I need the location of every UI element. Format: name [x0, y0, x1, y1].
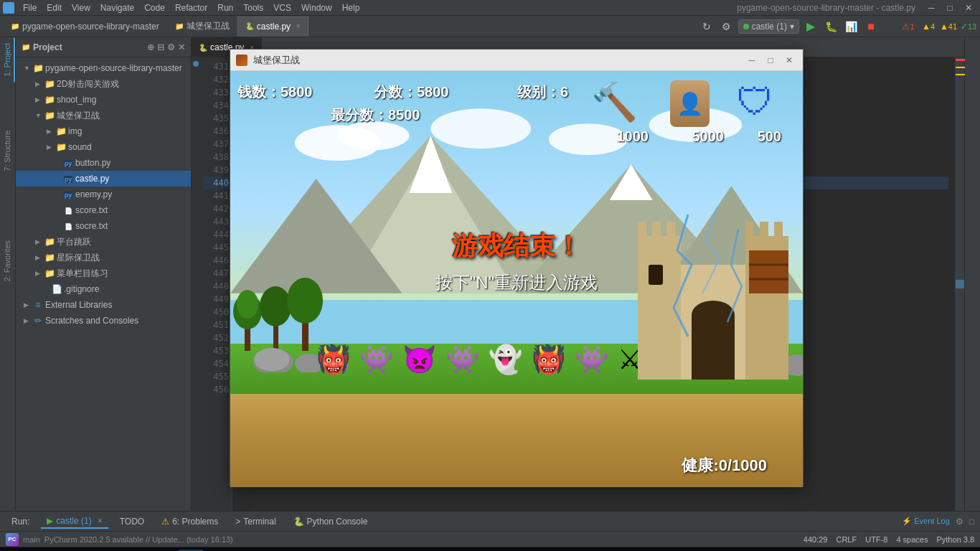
event-log-icon[interactable]: ⚡ Event Log [902, 517, 950, 526]
run-tab-run[interactable]: ▶ castle (1) × [41, 514, 108, 529]
tab-castle-py[interactable]: 🐍 castle.py × [237, 17, 308, 37]
pycharm-icon: PC [6, 533, 19, 546]
sidebar-header: 📁 Project ⊕ ⊟ ⚙ ✕ [16, 37, 191, 57]
run-btn[interactable]: ▶ [802, 18, 819, 35]
wood1 [749, 250, 788, 293]
status-lang[interactable]: Python 3.8 [936, 535, 974, 544]
run-config[interactable]: castle (1) ▾ [738, 19, 799, 34]
menu-window[interactable]: Window [297, 1, 336, 14]
menu-tools[interactable]: Tools [239, 1, 268, 14]
menu-refactor[interactable]: Refactor [171, 1, 212, 14]
tree-root[interactable]: ▼ 📁 pygame-open-source-library-master [16, 60, 191, 76]
line-num: 435 [203, 112, 229, 125]
status-line-col[interactable]: 440:29 [804, 535, 828, 544]
status-crlf[interactable]: CRLF [836, 535, 857, 544]
run-maximize-icon[interactable]: □ [969, 517, 974, 527]
close-btn[interactable]: ✕ [960, 0, 977, 17]
game-content: 钱数：5800 分数：5800 级别：6 最分数：8500 🔨 👤 🛡 1000… [230, 71, 803, 487]
socre-txt-label: socre.txt [75, 221, 108, 231]
tree-top3 [287, 278, 323, 324]
tree-2d-game[interactable]: ▶ 📁 2D射击闯关游戏 [16, 76, 191, 92]
sidebar-add-icon[interactable]: ⊕ [147, 42, 154, 52]
sidebar-collapse-icon[interactable]: ⊟ [157, 42, 164, 52]
shield-icon: 🛡 [737, 80, 774, 123]
tree-castle-py[interactable]: py castle.py [16, 171, 191, 187]
menu-run[interactable]: Run [213, 1, 237, 14]
line-num: 455 [203, 370, 229, 383]
game-close-btn[interactable]: ✕ [781, 53, 797, 67]
run-tab-python-console[interactable]: 🐍 Python Console [288, 515, 374, 528]
tab-project[interactable]: 📁 pygame-open-source-library-master [3, 17, 167, 37]
line-num: 449 [203, 293, 229, 306]
ext-libs-arrow: ▶ [24, 301, 31, 309]
menu-code[interactable]: Code [140, 1, 169, 14]
game-minimize-btn[interactable]: ─ [744, 53, 760, 67]
tree-ext-libs[interactable]: ▶ ≡ External Libraries [16, 297, 191, 313]
enemy-py-label: enemy.py [75, 189, 112, 199]
run-tab-terminal[interactable]: > Terminal [230, 515, 281, 528]
add-config-btn[interactable]: ⚙ [718, 18, 735, 35]
run-bar-right: ⚡ Event Log ⚙ □ [902, 517, 974, 527]
shoot-label: shoot_img [57, 95, 96, 105]
tree-castle-folder[interactable]: ▼ 📁 城堡保卫战 [16, 108, 191, 123]
sidebar-settings-icon[interactable]: ⚙ [167, 42, 175, 52]
tree-scratches[interactable]: ▶ ✏ Scratches and Consoles [16, 313, 191, 329]
vtab-favorites[interactable]: 2: Favorites [0, 235, 15, 287]
enemy-py-icon: py [63, 189, 73, 199]
notif-errors[interactable]: ⚠ 1 [900, 18, 917, 35]
coverage-btn[interactable]: 📊 [842, 18, 859, 35]
status-indent[interactable]: 4 spaces [896, 535, 928, 544]
menu-view[interactable]: View [67, 1, 95, 14]
tree-score-txt[interactable]: 📄 score.txt [16, 202, 191, 218]
score-display: 分数：5800 [374, 83, 449, 102]
vtab-structure[interactable]: 7: Structure [0, 125, 15, 177]
health-display: 健康:0/1000 [682, 455, 767, 476]
tree-star-wars[interactable]: ▶ 📁 星际保卫战 [16, 250, 191, 265]
run-tab-problems[interactable]: ⚠ 6: Problems [156, 515, 224, 528]
debug-btn[interactable]: 🐛 [822, 18, 839, 35]
status-encoding[interactable]: UTF-8 [865, 535, 887, 544]
status-right: 440:29 CRLF UTF-8 4 spaces Python 3.8 [804, 535, 974, 544]
tab-castle-folder[interactable]: 📁 城堡保卫战 [167, 17, 237, 37]
img-label: img [68, 126, 82, 136]
tree-img[interactable]: ▶ 📁 img [16, 123, 191, 139]
menu-bar: File Edit View Navigate Code Refactor Ru… [0, 0, 980, 16]
wizard-icon: 👤 [670, 80, 710, 127]
tree-button-py[interactable]: py button.py [16, 155, 191, 171]
notif-warnings41[interactable]: ▲ 41 [940, 18, 957, 35]
menu-vcs[interactable]: VCS [269, 1, 296, 14]
minimize-btn[interactable]: ─ [923, 0, 940, 17]
tree-enemy-py[interactable]: py enemy.py [16, 187, 191, 202]
menu-edit[interactable]: Edit [42, 1, 66, 14]
sidebar-close-icon[interactable]: ✕ [178, 42, 185, 52]
tree-socre-txt[interactable]: 📄 socre.txt [16, 218, 191, 234]
starwars-folder-icon: 📁 [44, 253, 55, 263]
warn-indicator2 [956, 74, 965, 75]
run-tab-todo[interactable]: TODO [114, 515, 150, 528]
tree-platform[interactable]: ▶ 📁 平台跳跃 [16, 234, 191, 250]
vtab-project[interactable]: 1: Project [0, 37, 15, 82]
error-badge: ⚠ [902, 22, 910, 32]
tree-sound[interactable]: ▶ 📁 sound [16, 139, 191, 155]
menu-file[interactable]: File [19, 1, 41, 14]
platform-folder-icon: 📁 [44, 237, 55, 247]
tree-top1b [237, 290, 258, 319]
stop-btn[interactable]: ■ [862, 18, 880, 35]
notif-ok[interactable]: ✓ 13 [960, 18, 977, 35]
tree-shoot-img[interactable]: ▶ 📁 shoot_img [16, 92, 191, 108]
notif-warnings4[interactable]: ▲ 4 [920, 18, 937, 35]
menu-navigate[interactable]: Navigate [96, 1, 138, 14]
tree-gitignore[interactable]: 📄 .gitignore [16, 281, 191, 297]
run-settings-icon[interactable]: ⚙ [956, 517, 963, 527]
menu-help[interactable]: Help [338, 1, 364, 14]
tab-close-icon[interactable]: × [296, 22, 301, 30]
game-window: 城堡保卫战 ─ □ ✕ [230, 49, 804, 486]
run-close-icon[interactable]: × [98, 516, 103, 526]
maximize-btn[interactable]: □ [941, 0, 958, 17]
score-txt-label: score.txt [75, 205, 108, 215]
sync-btn[interactable]: ↻ [698, 18, 715, 35]
file-tree: ▼ 📁 pygame-open-source-library-master ▶ … [16, 57, 191, 511]
cloud3 [549, 123, 628, 155]
game-maximize-btn[interactable]: □ [763, 53, 778, 67]
tree-menu-practice[interactable]: ▶ 📁 菜单栏目练习 [16, 265, 191, 281]
